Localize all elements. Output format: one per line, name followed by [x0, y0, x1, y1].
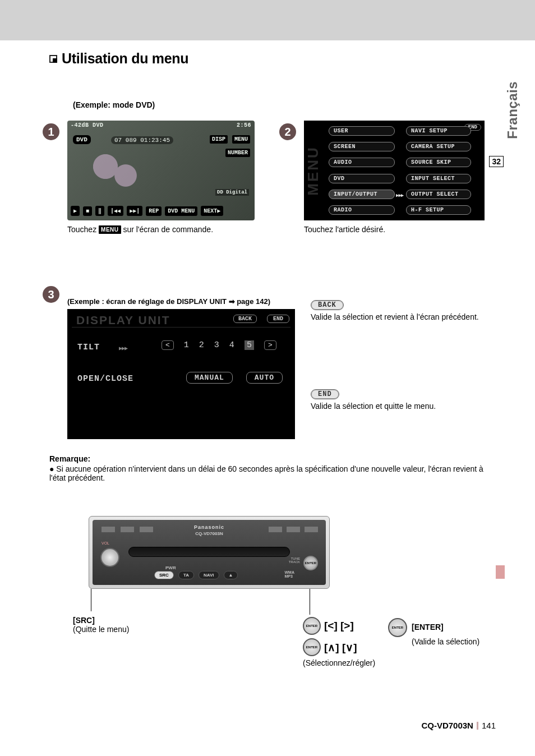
volume-knob[interactable] [100, 548, 119, 567]
menu-item-dvd[interactable]: DVD [329, 174, 395, 183]
manual-button[interactable]: MANUAL [186, 372, 233, 384]
bullet-icon [49, 55, 57, 63]
next-track-button[interactable]: ▶▶| [127, 206, 142, 216]
src-button[interactable]: SRC [154, 571, 174, 579]
tilt-1[interactable]: 1 [184, 340, 189, 350]
back-end-descriptions: BACK Valide la sélection et revient à l'… [311, 299, 485, 411]
eject-button[interactable]: ▲ [224, 571, 238, 579]
dvd-menu-button[interactable]: DVD MENU [165, 206, 197, 216]
status-left: -42dB DVD [71, 122, 104, 128]
wma-mp3-label: WMAMP3 [285, 570, 295, 578]
transport-bar: ▶ ■ ‖ |◀◀ ▶▶| REP DVD MENU NEXT▶ [71, 206, 251, 216]
vol-label: VOL [102, 541, 109, 545]
logo-icon [121, 527, 134, 532]
logo-icon [287, 527, 300, 532]
stop-button[interactable]: ■ [83, 206, 92, 216]
submenu-arrow-icon: ▶▶▶ [396, 192, 403, 199]
remark-block: Remarque: Si aucune opération n'intervie… [49, 454, 485, 482]
src-callout: [SRC] (Quitte le menu) [73, 616, 129, 634]
menu-item-source-skip[interactable]: SOURCE SKIP [406, 158, 471, 167]
rep-button[interactable]: REP [146, 206, 162, 216]
leader-line [310, 589, 310, 615]
playback-counter: 07 089 01:23:45 [111, 136, 173, 144]
menu-item-navi-setup[interactable]: NAVI SETUP [406, 126, 471, 136]
remark-heading: Remarque: [49, 454, 485, 463]
disc-slot [128, 547, 290, 557]
logo-icon [102, 527, 115, 532]
number-button[interactable]: NUMBER [225, 149, 250, 157]
tilt-arrow-icon: ▶▶▶ [119, 345, 127, 352]
tilt-label: TILT [77, 343, 100, 352]
knob-icon [303, 617, 321, 635]
step2-caption: Touchez l'article désiré. [304, 225, 485, 234]
remark-item: Si aucune opération n'intervient dans un… [49, 464, 485, 482]
model-label: CQ-VD7003N [195, 531, 223, 536]
menu-item-screen[interactable]: SCREEN [329, 142, 395, 151]
step-badge-3: 3 [43, 286, 59, 303]
page-gray-header [0, 0, 535, 40]
logo-icon [269, 527, 282, 532]
step1-caption: Touchez MENU sur l'écran de commande. [67, 225, 255, 234]
screenshot-display-unit: (Exemple : écran de réglage de DISPLAY U… [67, 297, 295, 439]
dolby-badge: DD Digital [215, 189, 249, 196]
next-button[interactable]: NEXT▶ [201, 206, 223, 216]
ta-button[interactable]: TA [178, 571, 194, 579]
menu-item-input-select[interactable]: INPUT SELECT [406, 174, 471, 183]
menu-item-input-output[interactable]: INPUT/OUTPUT [329, 190, 395, 199]
tilt-3[interactable]: 3 [214, 340, 219, 350]
step-badge-1: 1 [43, 123, 59, 140]
menu-item-hf-setup[interactable]: H-F SETUP [406, 205, 471, 215]
section-title-text: Utilisation du menu [62, 50, 188, 67]
prev-button[interactable]: |◀◀ [108, 206, 123, 216]
menu-inline-icon: MENU [99, 225, 121, 234]
screenshot-dvd-mode: -42dB DVD 2:56 DVD 07 089 01:23:45 DISP … [67, 121, 255, 234]
leader-line [91, 589, 91, 611]
tilt-value-row: < 1 2 3 4 5 > [162, 340, 276, 350]
menu-button[interactable]: MENU [232, 135, 250, 144]
end-pill-icon: END [311, 389, 339, 399]
tilt-decrease[interactable]: < [162, 340, 174, 350]
end-description: Valide la sélection et quitte le menu. [311, 402, 485, 411]
menu-item-audio[interactable]: AUDIO [329, 158, 395, 167]
end-button[interactable]: END [267, 315, 289, 323]
menu-item-camera-setup[interactable]: CAMERA SETUP [406, 142, 471, 151]
status-time: 2:56 [237, 122, 251, 128]
logo-icon [140, 527, 153, 532]
enter-callout: [ENTER] (Valide la sélection) [388, 618, 495, 646]
enter-knob[interactable]: ENTER [303, 556, 318, 570]
tilt-increase[interactable]: > [264, 340, 276, 350]
language-tab: Français [505, 81, 520, 139]
side-page-ref: 32 [489, 156, 504, 167]
knob-icon [303, 638, 321, 656]
open-close-label: OPEN/CLOSE [77, 374, 133, 384]
tilt-4[interactable]: 4 [229, 340, 234, 350]
back-description: Valide la sélection et revient à l'écran… [311, 312, 485, 321]
pause-button[interactable]: ‖ [95, 206, 104, 216]
knob-icon [388, 618, 407, 637]
menu-side-label: MENU [305, 125, 321, 216]
back-button[interactable]: BACK [233, 315, 257, 323]
side-color-tab [496, 565, 505, 579]
play-button[interactable]: ▶ [71, 206, 80, 216]
menu-item-output-select[interactable]: OUTPUT SELECT [406, 190, 471, 199]
example-label: (Exemple: mode DVD) [73, 100, 485, 109]
page-footer: CQ-VD7003N141 [421, 721, 496, 730]
tilt-5-selected[interactable]: 5 [245, 340, 254, 350]
tune-track-label: TUNETRACK [289, 557, 300, 564]
dvd-badge: DVD [73, 135, 91, 144]
step-badge-2: 2 [279, 123, 296, 140]
pwr-label: PWR [165, 565, 176, 570]
brand-label: Panasonic [194, 524, 224, 530]
disp-button[interactable]: DISP [210, 135, 228, 144]
tilt-2[interactable]: 2 [199, 340, 204, 350]
step3-top-caption: (Exemple : écran de réglage de DISPLAY U… [67, 297, 295, 306]
display-unit-title: DISPLAY UNIT [76, 314, 170, 327]
back-pill-icon: BACK [311, 300, 344, 310]
navi-button[interactable]: NAVI [199, 571, 219, 579]
auto-button[interactable]: AUTO [246, 372, 283, 384]
front-panel-illustration: Panasonic CQ-VD7003N VOL PWR SRC TA NAVI… [89, 516, 330, 589]
menu-item-radio[interactable]: RADIO [329, 205, 395, 215]
section-title: Utilisation du menu [49, 50, 485, 67]
menu-item-user[interactable]: USER [329, 126, 395, 136]
screenshot-menu-list: END MENU USER SCREEN AUDIO DVD INPUT/OUT… [304, 121, 485, 234]
